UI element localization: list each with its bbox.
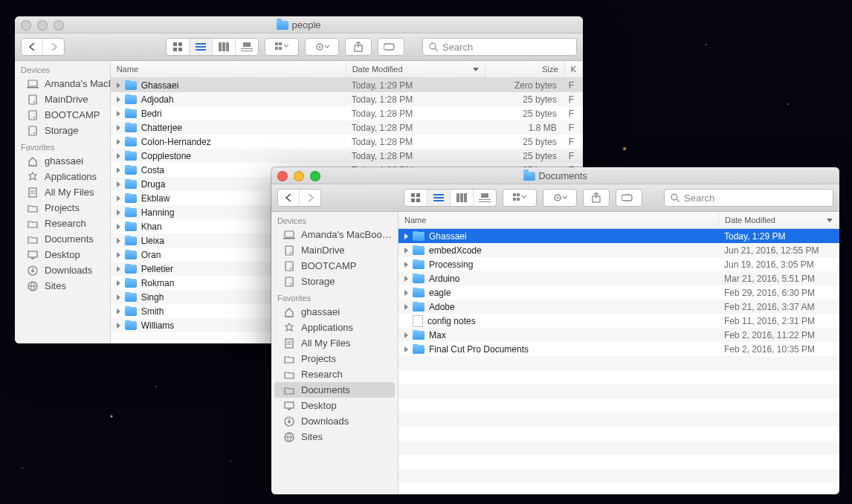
disclosure-triangle-icon[interactable] (404, 262, 408, 268)
disclosure-triangle-icon[interactable] (117, 266, 120, 272)
share-button[interactable] (583, 189, 610, 207)
disclosure-triangle-icon[interactable] (404, 346, 408, 352)
back-button[interactable] (278, 190, 299, 206)
sidebar-favorite[interactable]: ghassaei (271, 304, 398, 320)
disclosure-triangle-icon[interactable] (117, 238, 120, 244)
close-button[interactable] (277, 171, 288, 181)
disclosure-triangle-icon[interactable] (404, 276, 408, 282)
disclosure-triangle-icon[interactable] (117, 153, 120, 159)
search-field[interactable]: Search (664, 189, 833, 207)
share-button[interactable] (345, 38, 372, 56)
sidebar-favorite[interactable]: Research (15, 216, 110, 231)
table-row[interactable]: BedriToday, 1:28 PM25 bytesF (111, 106, 583, 120)
table-row[interactable]: MaxFeb 2, 2016, 11:22 PM (398, 328, 839, 342)
table-row[interactable]: eagleFeb 29, 2016, 6:30 PM (398, 285, 839, 300)
disclosure-triangle-icon[interactable] (117, 167, 120, 173)
column-date[interactable]: Date Modified (719, 212, 839, 228)
titlebar[interactable]: people (15, 16, 583, 33)
table-row[interactable]: config notesFeb 11, 2016, 2:31 PM (398, 314, 839, 328)
finder-window-documents[interactable]: Documents Search DevicesAmanda's MacBoo…… (271, 167, 839, 494)
disclosure-triangle-icon[interactable] (117, 210, 120, 216)
view-list-button[interactable] (427, 190, 450, 206)
disclosure-triangle-icon[interactable] (117, 224, 120, 230)
action-button[interactable] (543, 189, 577, 207)
view-column-button[interactable] (212, 39, 235, 55)
sidebar-device[interactable]: Storage (271, 274, 398, 289)
sidebar-favorite[interactable]: Downloads (15, 262, 110, 278)
column-name[interactable]: Name (398, 212, 719, 228)
column-size[interactable]: Size (485, 61, 565, 77)
minimize-button[interactable] (294, 171, 304, 181)
sidebar-device[interactable]: Storage (15, 123, 110, 138)
arrange-button[interactable] (503, 189, 537, 207)
sidebar-favorite[interactable]: Documents (15, 231, 110, 247)
disclosure-triangle-icon[interactable] (117, 294, 120, 300)
tags-button[interactable] (616, 189, 642, 207)
disclosure-triangle-icon[interactable] (404, 332, 408, 338)
file-list[interactable]: GhassaeiToday, 1:29 PMembedXcodeJun 21, … (398, 229, 839, 494)
view-icon-button[interactable] (167, 39, 189, 55)
sidebar-favorite[interactable]: All My Files (15, 184, 110, 200)
column-date[interactable]: Date Modified (346, 61, 485, 77)
disclosure-triangle-icon[interactable] (117, 181, 120, 187)
disclosure-triangle-icon[interactable] (117, 97, 120, 103)
sidebar-device[interactable]: Amanda's MacBoo… (271, 227, 398, 242)
table-row[interactable]: GhassaeiToday, 1:29 PMZero bytesF (111, 78, 583, 92)
disclosure-triangle-icon[interactable] (404, 248, 408, 253)
sidebar-favorite[interactable]: Applications (15, 169, 110, 184)
action-button[interactable] (305, 38, 339, 56)
back-button[interactable] (22, 39, 42, 55)
disclosure-triangle-icon[interactable] (117, 111, 120, 117)
sidebar-favorite[interactable]: All My Files (271, 335, 398, 351)
zoom-button[interactable] (310, 171, 320, 181)
table-row[interactable]: Colon-HernandezToday, 1:28 PM25 bytesF (111, 135, 583, 149)
sidebar-favorite[interactable]: ghassaei (15, 153, 110, 169)
view-coverflow-button[interactable] (473, 190, 496, 206)
forward-button[interactable] (42, 39, 64, 55)
disclosure-triangle-icon[interactable] (404, 290, 408, 296)
arrange-button[interactable] (265, 38, 299, 56)
sidebar-favorite[interactable]: Downloads (271, 413, 398, 429)
disclosure-triangle-icon[interactable] (117, 323, 120, 329)
table-row[interactable]: ChatterjeeToday, 1:28 PM1.8 MBF (111, 120, 583, 135)
sidebar-device[interactable]: BOOTCAMP (15, 107, 110, 123)
sidebar-favorite[interactable]: Research (271, 366, 398, 382)
sidebar-favorite[interactable]: Projects (15, 200, 110, 216)
table-row[interactable]: AdobeFeb 21, 2016, 3:37 AM (398, 300, 839, 314)
sidebar-device[interactable]: MainDrive (15, 91, 110, 107)
titlebar[interactable]: Documents (271, 167, 839, 184)
sidebar-device[interactable]: Amanda's MacBoo… (15, 76, 110, 91)
table-row[interactable]: AdjodahToday, 1:28 PM25 bytesF (111, 92, 583, 106)
disclosure-triangle-icon[interactable] (117, 125, 120, 131)
sidebar-favorite[interactable]: Projects (271, 351, 398, 366)
sidebar-favorite[interactable]: Applications (271, 320, 398, 335)
forward-button[interactable] (299, 190, 320, 206)
tags-button[interactable] (378, 38, 404, 56)
column-kind[interactable]: K (565, 61, 583, 77)
sidebar-favorite[interactable]: Sites (15, 278, 110, 294)
minimize-button[interactable] (37, 20, 48, 30)
sidebar-device[interactable]: BOOTCAMP (271, 258, 398, 274)
disclosure-triangle-icon[interactable] (117, 308, 120, 314)
table-row[interactable]: ArduinoMar 21, 2016, 5:51 PM (398, 271, 839, 285)
sidebar-favorite[interactable]: Sites (271, 429, 398, 445)
sidebar-favorite[interactable]: Desktop (15, 247, 110, 262)
search-field[interactable]: Search (422, 38, 577, 56)
view-column-button[interactable] (450, 190, 473, 206)
view-icon-button[interactable] (404, 190, 427, 206)
sidebar-favorite[interactable]: Desktop (271, 398, 398, 413)
table-row[interactable]: ProcessingJun 19, 2016, 3:05 PM (398, 257, 839, 271)
disclosure-triangle-icon[interactable] (117, 196, 120, 201)
table-row[interactable]: CopplestoneToday, 1:28 PM25 bytesF (111, 149, 583, 163)
disclosure-triangle-icon[interactable] (117, 280, 120, 286)
disclosure-triangle-icon[interactable] (117, 83, 120, 88)
table-row[interactable]: Final Cut Pro DocumentsFeb 2, 2016, 10:3… (398, 342, 839, 356)
view-list-button[interactable] (189, 39, 212, 55)
sidebar-device[interactable]: MainDrive (271, 242, 398, 258)
view-coverflow-button[interactable] (235, 39, 258, 55)
disclosure-triangle-icon[interactable] (404, 304, 408, 310)
close-button[interactable] (21, 20, 31, 30)
disclosure-triangle-icon[interactable] (117, 139, 120, 145)
sidebar-favorite[interactable]: Documents (274, 382, 395, 398)
zoom-button[interactable] (54, 20, 64, 30)
